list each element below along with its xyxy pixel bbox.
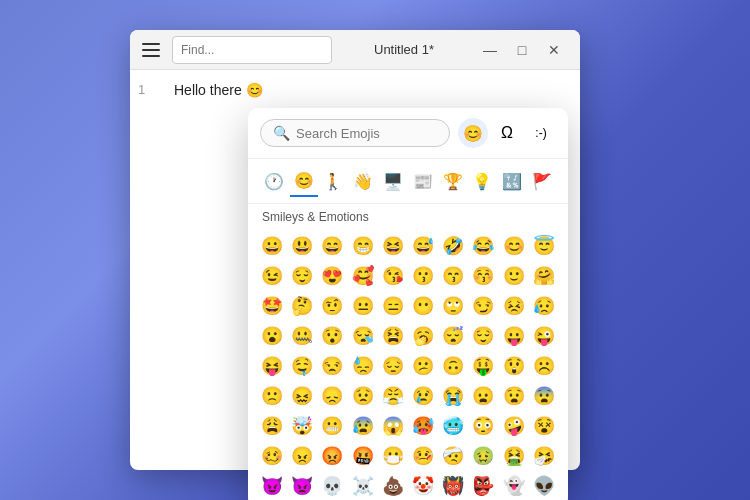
emoji-cell[interactable]: 🤯 bbox=[288, 412, 316, 440]
emoji-cell[interactable]: 🤐 bbox=[288, 322, 316, 350]
emoji-cell[interactable]: 😫 bbox=[379, 322, 407, 350]
smiley-tab-button[interactable]: 😊 bbox=[458, 118, 488, 148]
emoji-cell[interactable]: 🤕 bbox=[439, 442, 467, 470]
emoji-cell[interactable]: 😡 bbox=[318, 442, 346, 470]
emoji-cell[interactable]: 😲 bbox=[500, 352, 528, 380]
emoji-cell[interactable]: 😨 bbox=[530, 382, 558, 410]
emoji-cell[interactable]: 😕 bbox=[409, 352, 437, 380]
emoji-cell[interactable]: 😪 bbox=[349, 322, 377, 350]
emoji-cell[interactable]: 😘 bbox=[379, 262, 407, 290]
close-button[interactable]: ✕ bbox=[540, 36, 568, 64]
emoji-cell[interactable]: 😅 bbox=[409, 232, 437, 260]
emoji-cell[interactable]: 😂 bbox=[469, 232, 497, 260]
emoji-cell[interactable]: 😓 bbox=[349, 352, 377, 380]
emoji-cell[interactable]: 😒 bbox=[318, 352, 346, 380]
emoji-cell[interactable]: 😣 bbox=[500, 292, 528, 320]
emoji-cell[interactable]: 😄 bbox=[318, 232, 346, 260]
emoji-cell[interactable]: 😱 bbox=[379, 412, 407, 440]
menu-icon[interactable] bbox=[142, 43, 160, 57]
emoji-cell[interactable]: 😉 bbox=[258, 262, 286, 290]
emoji-cell[interactable]: 🤣 bbox=[439, 232, 467, 260]
emoji-cell[interactable]: ☹️ bbox=[530, 352, 558, 380]
emoji-cell[interactable]: 👹 bbox=[439, 472, 467, 500]
emoji-cell[interactable]: 😗 bbox=[409, 262, 437, 290]
emoji-cell[interactable]: 😟 bbox=[349, 382, 377, 410]
emoji-cell[interactable]: 🙁 bbox=[258, 382, 286, 410]
emoji-cell[interactable]: ☠️ bbox=[349, 472, 377, 500]
emoji-cell[interactable]: 😏 bbox=[469, 292, 497, 320]
emoji-cell[interactable]: 😩 bbox=[258, 412, 286, 440]
cat-objects[interactable]: 🖥️ bbox=[379, 165, 407, 197]
emoji-cell[interactable]: 😇 bbox=[530, 232, 558, 260]
emoji-cell[interactable]: 😠 bbox=[288, 442, 316, 470]
find-input[interactable] bbox=[172, 36, 332, 64]
cat-activities[interactable]: 📰 bbox=[409, 165, 437, 197]
minimize-button[interactable]: — bbox=[476, 36, 504, 64]
emoji-cell[interactable]: 😴 bbox=[439, 322, 467, 350]
emoji-cell[interactable]: 🙂 bbox=[500, 262, 528, 290]
emoji-cell[interactable]: 👿 bbox=[288, 472, 316, 500]
emoji-cell[interactable]: 😌 bbox=[288, 262, 316, 290]
emoji-cell[interactable]: 😥 bbox=[530, 292, 558, 320]
emoji-cell[interactable]: 🤮 bbox=[500, 442, 528, 470]
cat-recent[interactable]: 🕐 bbox=[260, 165, 288, 197]
cat-symbols[interactable]: 🔣 bbox=[498, 165, 526, 197]
emoji-cell[interactable]: 🙃 bbox=[439, 352, 467, 380]
emoji-cell[interactable]: 🤧 bbox=[530, 442, 558, 470]
cat-flags[interactable]: 🚩 bbox=[528, 165, 556, 197]
emoji-cell[interactable]: 😈 bbox=[258, 472, 286, 500]
cat-ideas[interactable]: 💡 bbox=[469, 165, 497, 197]
emoji-cell[interactable]: 😦 bbox=[469, 382, 497, 410]
emoji-cell[interactable]: 👽 bbox=[530, 472, 558, 500]
emoji-cell[interactable]: 😷 bbox=[379, 442, 407, 470]
emoji-cell[interactable]: 😤 bbox=[379, 382, 407, 410]
emoji-cell[interactable]: 👻 bbox=[500, 472, 528, 500]
emoji-cell[interactable]: 🥵 bbox=[409, 412, 437, 440]
cat-people[interactable]: 🚶 bbox=[320, 165, 348, 197]
emoji-cell[interactable]: 🥱 bbox=[409, 322, 437, 350]
emoji-cell[interactable]: 😝 bbox=[258, 352, 286, 380]
emoji-cell[interactable]: 😜 bbox=[530, 322, 558, 350]
emoji-cell[interactable]: 😆 bbox=[379, 232, 407, 260]
emoji-cell[interactable]: 😛 bbox=[500, 322, 528, 350]
emoji-cell[interactable]: 😖 bbox=[288, 382, 316, 410]
emoji-cell[interactable]: 🥴 bbox=[258, 442, 286, 470]
emoji-cell[interactable]: 🤬 bbox=[349, 442, 377, 470]
emoji-cell[interactable]: 😐 bbox=[349, 292, 377, 320]
emoji-cell[interactable]: 😃 bbox=[288, 232, 316, 260]
emoji-cell[interactable]: 😰 bbox=[349, 412, 377, 440]
emoji-cell[interactable]: 🤢 bbox=[469, 442, 497, 470]
emoji-search-input[interactable] bbox=[296, 126, 437, 141]
emoji-cell[interactable]: 🙄 bbox=[439, 292, 467, 320]
cat-hand[interactable]: 👋 bbox=[349, 165, 377, 197]
emoji-cell[interactable]: 😍 bbox=[318, 262, 346, 290]
maximize-button[interactable]: □ bbox=[508, 36, 536, 64]
emoji-cell[interactable]: 😚 bbox=[469, 262, 497, 290]
emoji-cell[interactable]: 😯 bbox=[318, 322, 346, 350]
emoji-cell[interactable]: 🤨 bbox=[318, 292, 346, 320]
emoji-cell[interactable]: 😞 bbox=[318, 382, 346, 410]
emoji-cell[interactable]: 😢 bbox=[409, 382, 437, 410]
emoji-cell[interactable]: 😔 bbox=[379, 352, 407, 380]
emoji-cell[interactable]: 🥰 bbox=[349, 262, 377, 290]
cat-awards[interactable]: 🏆 bbox=[439, 165, 467, 197]
emoji-cell[interactable]: 💀 bbox=[318, 472, 346, 500]
omega-tab-button[interactable]: Ω bbox=[492, 118, 522, 148]
emoji-cell[interactable]: 😊 bbox=[500, 232, 528, 260]
emoji-cell[interactable]: 😳 bbox=[469, 412, 497, 440]
emoji-cell[interactable]: 😑 bbox=[379, 292, 407, 320]
emoji-cell[interactable]: 🤩 bbox=[258, 292, 286, 320]
emoji-cell[interactable]: 😧 bbox=[500, 382, 528, 410]
cat-smileys[interactable]: 😊 bbox=[290, 165, 318, 197]
emoji-cell[interactable]: 👺 bbox=[469, 472, 497, 500]
emoji-cell[interactable]: 🤡 bbox=[409, 472, 437, 500]
emoji-cell[interactable]: 😮 bbox=[258, 322, 286, 350]
emoji-cell[interactable]: 🤑 bbox=[469, 352, 497, 380]
emoji-cell[interactable]: 🤪 bbox=[500, 412, 528, 440]
text-tab-button[interactable]: :-) bbox=[526, 118, 556, 148]
emoji-cell[interactable]: 😶 bbox=[409, 292, 437, 320]
emoji-cell[interactable]: 😵 bbox=[530, 412, 558, 440]
emoji-cell[interactable]: 😬 bbox=[318, 412, 346, 440]
emoji-cell[interactable]: 🤔 bbox=[288, 292, 316, 320]
emoji-cell[interactable]: 💩 bbox=[379, 472, 407, 500]
